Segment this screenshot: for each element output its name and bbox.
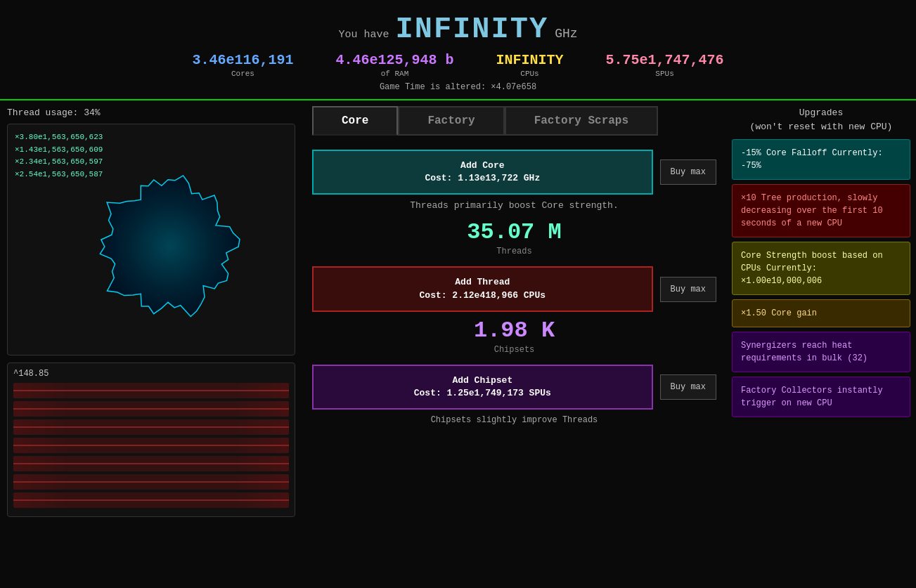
core-circle [84,162,252,334]
core-log: ×3.80e1,563,650,623×1.43e1,563,650,609×2… [15,131,103,181]
tab-core[interactable]: Core [312,106,398,136]
add-thread-label: Add Thread [321,276,645,289]
cpus-label: CPUs [496,70,564,78]
ghz-label: GHz [555,27,577,41]
chipsets-label: Chipsets [312,345,716,355]
buy-max-thread-button[interactable]: Buy max [660,277,716,302]
add-thread-row: Add Thread Cost: 2.12e418,966 CPUs Buy m… [312,266,716,311]
log-line: ×2.54e1,563,650,587 [15,169,103,181]
thread-usage: Thread usage: 34% [7,107,295,118]
threads-label: Threads [312,247,716,256]
graph-line-1 [13,383,289,398]
cores-label: Cores [192,70,293,78]
core-display: ×3.80e1,563,650,623×1.43e1,563,650,609×2… [7,124,295,355]
main-layout: Thread usage: 34% ×3.80e1,563,650,623×1.… [0,100,916,566]
buy-max-core-button[interactable]: Buy max [660,159,716,185]
graph-line-6 [13,474,289,490]
buy-max-chipset-button[interactable]: Buy max [660,374,716,400]
upgrade-card-5[interactable]: Synergizers reach heat requirements in b… [732,332,910,372]
threads-info: Threads primarily boost Core strength. [312,200,716,211]
tab-factory[interactable]: Factory [398,106,504,136]
spus-value: 5.75e1,747,476 [606,52,724,68]
ram-label: of RAM [335,70,453,78]
add-thread-button[interactable]: Add Thread Cost: 2.12e418,966 CPUs [312,266,653,311]
cpus-stat: INFINITY CPUs [496,52,564,78]
threads-value: 35.07 M [312,219,716,245]
log-line: ×2.34e1,563,650,597 [15,156,103,169]
ram-stat: 4.46e125,948 b of RAM [335,52,453,78]
spus-stat: 5.75e1,747,476 SPUs [606,52,724,78]
chipsets-value: 1.98 K [312,318,716,344]
add-chipset-row: Add Chipset Cost: 1.25e1,749,173 SPUs Bu… [312,365,716,410]
upgrade-card-2[interactable]: ×10 Tree production, slowly decreasing o… [732,184,910,237]
upgrades-title: Upgrades (won't reset with new CPU) [732,106,910,133]
log-line: ×1.43e1,563,650,609 [15,144,103,157]
add-chipset-label: Add Chipset [321,374,645,387]
chipsets-desc: Chipsets slightly improve Threads [312,415,716,425]
graph-line-2 [13,401,289,417]
upgrade-card-6[interactable]: Factory Collectors instantly trigger on … [732,377,910,417]
tab-factory-scraps[interactable]: Factory Scraps [505,106,658,136]
upgrade-card-4[interactable]: ×1.50 Core gain [732,299,910,327]
cores-value: 3.46e116,191 [192,52,293,68]
add-core-button[interactable]: Add Core Cost: 1.13e13,722 GHz [312,150,653,195]
graph-panel: ^148.85 [7,362,295,517]
graph-value: ^148.85 [13,369,289,379]
add-thread-cost: Cost: 2.12e418,966 CPUs [321,289,645,302]
upgrade-card-1[interactable]: -15% Core Falloff Currently: -75% [732,139,910,180]
graph-line-3 [13,419,289,435]
right-panel: Upgrades (won't reset with new CPU) -15%… [726,100,916,566]
graph-line-4 [13,438,289,453]
cores-stat: 3.46e116,191 Cores [192,52,293,78]
add-core-row: Add Core Cost: 1.13e13,722 GHz Buy max [312,150,716,195]
header-stats: 3.46e116,191 Cores 4.46e125,948 b of RAM… [0,52,916,78]
graph-line-7 [13,492,289,508]
header-top: You have INFINITY GHz [0,13,916,46]
add-chipset-cost: Cost: 1.25e1,749,173 SPUs [321,387,645,400]
upgrade-card-3[interactable]: Core Strength boost based on CPUs Curren… [732,242,910,295]
cpus-value: INFINITY [496,52,564,68]
ram-value: 4.46e125,948 b [335,52,453,68]
left-panel: Thread usage: 34% ×3.80e1,563,650,623×1.… [0,100,302,566]
add-core-cost: Cost: 1.13e13,722 GHz [321,172,645,185]
add-core-label: Add Core [321,159,645,172]
log-line: ×3.80e1,563,650,623 [15,131,103,144]
infinity-value: INFINITY [395,13,548,46]
graph-lines [13,383,289,508]
upgrade-cards: -15% Core Falloff Currently: -75%×10 Tre… [732,139,910,417]
tab-bar: Core Factory Factory Scraps [312,106,716,136]
graph-line-5 [13,456,289,471]
header: You have INFINITY GHz 3.46e116,191 Cores… [0,0,916,100]
upgrades-title-line1: Upgrades [732,106,910,120]
add-chipset-button[interactable]: Add Chipset Cost: 1.25e1,749,173 SPUs [312,365,653,410]
you-have-label: You have [338,29,389,41]
center-panel: Core Factory Factory Scraps Add Core Cos… [302,100,726,566]
upgrades-title-line2: (won't reset with new CPU) [732,120,910,134]
spus-label: SPUs [606,70,724,78]
game-time: Game Time is altered: ×4.07e658 [0,82,916,92]
